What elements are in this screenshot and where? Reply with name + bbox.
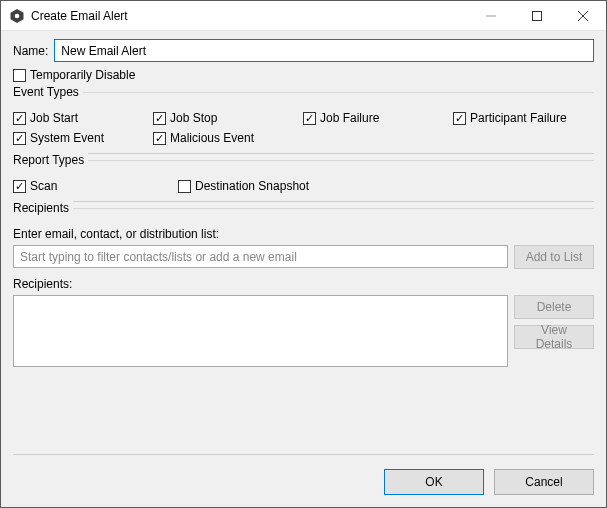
- participant-failure-checkbox[interactable]: [453, 112, 466, 125]
- app-icon: [9, 8, 25, 24]
- scan-checkbox[interactable]: [13, 180, 26, 193]
- ok-button[interactable]: OK: [384, 469, 484, 495]
- job-start-checkbox[interactable]: [13, 112, 26, 125]
- window-controls: [468, 1, 606, 30]
- recipients-group: Recipients Enter email, contact, or dist…: [13, 208, 594, 455]
- destination-snapshot-checkbox[interactable]: [178, 180, 191, 193]
- temp-disable-checkbox[interactable]: [13, 69, 26, 82]
- participant-failure-label: Participant Failure: [470, 111, 567, 125]
- window-title: Create Email Alert: [31, 9, 468, 23]
- destination-snapshot-label: Destination Snapshot: [195, 179, 309, 193]
- cancel-button[interactable]: Cancel: [494, 469, 594, 495]
- name-input[interactable]: [54, 39, 594, 62]
- event-types-group: Event Types Job Start Job Stop Job Failu…: [13, 92, 594, 154]
- enter-email-label: Enter email, contact, or distribution li…: [13, 227, 594, 241]
- dialog-footer: OK Cancel: [13, 455, 594, 495]
- svg-point-1: [15, 13, 20, 18]
- recipients-list-label: Recipients:: [13, 277, 594, 291]
- malicious-event-checkbox[interactable]: [153, 132, 166, 145]
- view-details-button[interactable]: View Details: [514, 325, 594, 349]
- recipient-input[interactable]: [13, 245, 508, 268]
- event-types-legend: Event Types: [13, 85, 83, 99]
- report-types-group: Report Types Scan Destination Snapshot: [13, 160, 594, 202]
- titlebar: Create Email Alert: [1, 1, 606, 31]
- recipients-legend: Recipients: [13, 201, 73, 215]
- temp-disable-label: Temporarily Disable: [30, 68, 135, 82]
- close-button[interactable]: [560, 1, 606, 30]
- recipients-list[interactable]: [13, 295, 508, 367]
- job-stop-label: Job Stop: [170, 111, 217, 125]
- dialog-content: Name: Temporarily Disable Event Types Jo…: [1, 31, 606, 507]
- scan-label: Scan: [30, 179, 57, 193]
- maximize-button[interactable]: [514, 1, 560, 30]
- name-label: Name:: [13, 44, 48, 58]
- job-start-label: Job Start: [30, 111, 78, 125]
- delete-button[interactable]: Delete: [514, 295, 594, 319]
- job-stop-checkbox[interactable]: [153, 112, 166, 125]
- report-types-legend: Report Types: [13, 153, 88, 167]
- minimize-button[interactable]: [468, 1, 514, 30]
- job-failure-label: Job Failure: [320, 111, 379, 125]
- system-event-label: System Event: [30, 131, 104, 145]
- svg-rect-3: [533, 11, 542, 20]
- add-to-list-button[interactable]: Add to List: [514, 245, 594, 269]
- malicious-event-label: Malicious Event: [170, 131, 254, 145]
- job-failure-checkbox[interactable]: [303, 112, 316, 125]
- system-event-checkbox[interactable]: [13, 132, 26, 145]
